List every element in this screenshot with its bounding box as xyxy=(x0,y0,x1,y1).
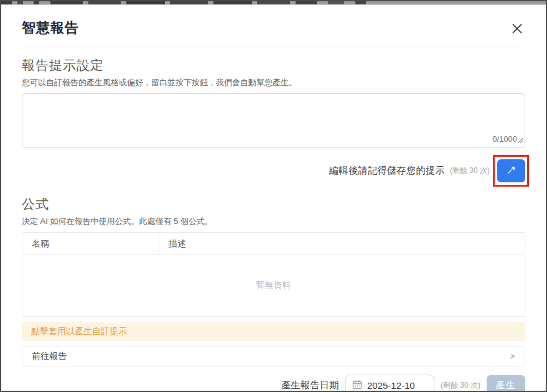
prompt-section-description: 您可以自訂報告的產生風格或偏好，留白並按下按鈕，我們會自動幫您產生。 xyxy=(22,78,525,88)
auto-generate-prompt-button[interactable] xyxy=(497,159,525,182)
prompt-textarea[interactable] xyxy=(22,93,525,148)
modal-title: 智慧報告 xyxy=(22,19,525,37)
goto-report-label: 前往報告 xyxy=(32,351,67,362)
modal-header: 智慧報告 xyxy=(22,5,525,37)
prompt-textarea-wrap: 0/1000 xyxy=(22,93,525,148)
apply-prompt-banner[interactable]: 點擊套用以產生自訂提示 xyxy=(22,322,525,341)
header-divider xyxy=(22,47,525,47)
close-button[interactable] xyxy=(510,22,524,36)
generate-remaining-note: (剩餘 30 次) xyxy=(441,380,480,391)
column-header-description: 描述 xyxy=(159,233,525,254)
formula-table-header: 名稱 描述 xyxy=(22,233,525,255)
column-header-name: 名稱 xyxy=(22,233,159,254)
report-date-value: 2025-12-10 xyxy=(367,380,415,391)
goto-report-row[interactable]: 前往報告 > xyxy=(22,346,525,366)
save-hint-text: 編輯後請記得儲存您的提示 xyxy=(329,165,445,177)
save-hint-row: 編輯後請記得儲存您的提示 (剩餘 30 次) xyxy=(22,155,525,186)
prompt-section-heading: 報告提示設定 xyxy=(22,57,525,74)
magic-button-wrap xyxy=(497,159,525,182)
formula-table: 名稱 描述 暫無資料 xyxy=(22,232,525,317)
chevron-right-icon: > xyxy=(510,352,515,361)
calendar-icon xyxy=(352,380,362,392)
resize-handle-icon[interactable] xyxy=(517,135,523,146)
report-date-input[interactable]: 2025-12-10 xyxy=(345,375,434,392)
generate-report-button[interactable]: 產生 xyxy=(487,375,525,392)
close-icon xyxy=(511,27,523,37)
formula-section-description: 決定 AI 如何在報告中使用公式。此處僅有 5 個公式。 xyxy=(22,217,525,226)
magic-wand-icon xyxy=(506,164,517,177)
report-date-label: 產生報告日期 xyxy=(281,380,339,391)
table-empty-state: 暫無資料 xyxy=(22,255,525,316)
prompt-remaining-note: (剩餘 30 次) xyxy=(450,166,490,176)
formula-section-heading: 公式 xyxy=(22,195,525,213)
char-counter: 0/1000 xyxy=(492,134,517,144)
screenshot-stage: 智慧報告 報告提示設定 您可以自訂報告的產生風格或偏好，留白並按下按鈕，我們會自… xyxy=(0,0,547,392)
smart-report-modal: 智慧報告 報告提示設定 您可以自訂報告的產生風格或偏好，留白並按下按鈕，我們會自… xyxy=(1,4,546,391)
generate-footer-row: 產生報告日期 2025-12-10 (剩餘 30 次) 產生 xyxy=(22,375,525,392)
